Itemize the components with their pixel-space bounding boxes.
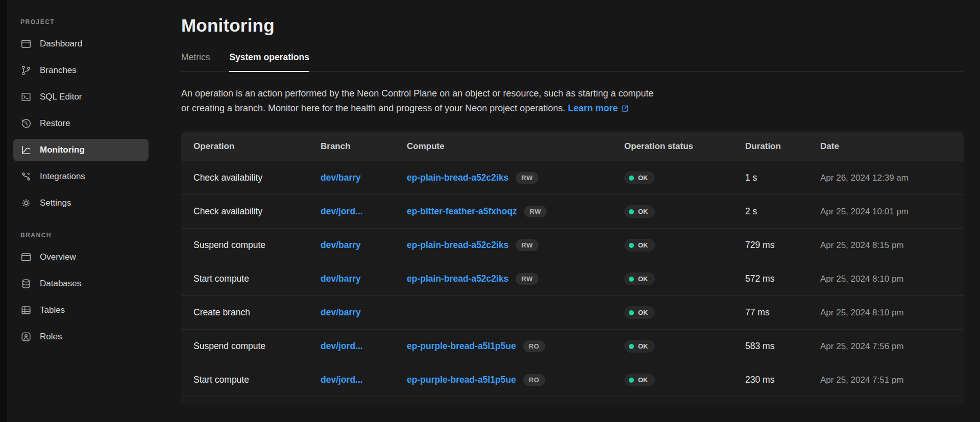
status-ok-dot-icon — [629, 378, 634, 383]
table-row: Check availability dev/barry ep-plain-br… — [181, 161, 964, 195]
compute-cell: ep-plain-bread-a52c2iks RW — [407, 273, 624, 285]
date-cell: Apr 25, 2024 7:51 pm — [820, 375, 964, 385]
tab-metrics[interactable]: Metrics — [181, 52, 210, 71]
branch-link[interactable]: dev/barry — [321, 240, 361, 250]
status-badge: OK — [624, 171, 655, 184]
branch-link[interactable]: dev/barry — [321, 307, 361, 317]
compute-link[interactable]: ep-plain-bread-a52c2iks — [407, 274, 508, 284]
branch-link[interactable]: dev/jord... — [321, 206, 363, 216]
status-label: OK — [638, 208, 648, 215]
sidebar: PROJECT Dashboard Branches SQL Editor Re… — [7, 0, 158, 422]
status-ok-dot-icon — [629, 209, 634, 214]
description-line1: An operation is an action performed by t… — [181, 88, 654, 98]
status-label: OK — [638, 309, 648, 316]
branch-cell: dev/barry — [321, 172, 407, 183]
access-badge: RO — [523, 340, 545, 352]
col-header-compute: Compute — [407, 141, 624, 152]
duration-cell: 572 ms — [745, 274, 820, 284]
databases-icon — [20, 278, 32, 289]
compute-cell: ep-plain-bread-a52c2iks RW — [407, 172, 624, 184]
sidebar-item-label: Roles — [40, 332, 62, 342]
dashboard-icon — [20, 38, 32, 49]
sidebar-item-tables[interactable]: Tables — [13, 299, 149, 321]
status-badge: OK — [624, 374, 655, 386]
sidebar-item-monitoring[interactable]: Monitoring — [13, 139, 149, 161]
restore-icon — [20, 118, 32, 129]
status-label: OK — [638, 175, 648, 181]
status-ok-dot-icon — [629, 243, 634, 248]
sidebar-item-label: Tables — [40, 305, 65, 315]
sidebar-item-restore[interactable]: Restore — [13, 112, 149, 135]
status-label: OK — [638, 343, 648, 350]
col-header-duration: Duration — [745, 141, 820, 152]
status-badge: OK — [624, 239, 655, 252]
branch-link[interactable]: dev/jord... — [321, 375, 363, 385]
col-header-operation-status: Operation status — [624, 141, 745, 152]
operation-cell: Check availability — [193, 172, 321, 183]
compute-link[interactable]: ep-bitter-feather-a5fxhoqz — [407, 206, 517, 217]
access-badge: RO — [523, 374, 545, 386]
table-next-row-partial — [181, 397, 964, 405]
status-badge: OK — [624, 272, 655, 285]
status-ok-dot-icon — [629, 277, 634, 282]
settings-icon — [20, 197, 32, 209]
date-cell: Apr 25, 2024 8:10 pm — [820, 274, 964, 284]
sidebar-item-overview[interactable]: Overview — [13, 246, 149, 268]
sidebar-section-branch: BRANCH — [13, 232, 149, 239]
table-body: Check availability dev/barry ep-plain-br… — [181, 161, 964, 397]
compute-cell: ep-purple-bread-a5l1p5ue RO — [407, 374, 624, 386]
tables-icon — [20, 305, 32, 316]
sidebar-item-dashboard[interactable]: Dashboard — [13, 33, 149, 55]
compute-cell: ep-purple-bread-a5l1p5ue RO — [407, 340, 624, 352]
compute-link[interactable]: ep-plain-bread-a52c2iks — [407, 172, 508, 183]
description-line2: or creating a branch. Monitor here for t… — [181, 103, 565, 113]
learn-more-link[interactable]: Learn more — [568, 103, 618, 113]
table-row: Start compute dev/jord... ep-purple-brea… — [181, 363, 964, 397]
sidebar-item-label: Restore — [40, 118, 70, 129]
table-row: Check availability dev/jord... ep-bitter… — [181, 195, 964, 229]
branch-cell: dev/jord... — [321, 375, 407, 385]
tab-bar: Metrics System operations — [181, 52, 964, 72]
sidebar-section-project: PROJECT — [13, 18, 149, 26]
compute-link[interactable]: ep-purple-bread-a5l1p5ue — [407, 341, 516, 352]
operations-table: Operation Branch Compute Operation statu… — [181, 132, 964, 405]
branches-icon — [20, 65, 32, 76]
compute-link[interactable]: ep-plain-bread-a52c2iks — [407, 240, 508, 251]
operation-cell: Start compute — [193, 375, 321, 385]
date-cell: Apr 26, 2024 12:39 am — [820, 173, 964, 183]
sidebar-item-databases[interactable]: Databases — [13, 272, 149, 295]
duration-cell: 729 ms — [745, 240, 820, 251]
access-badge: RW — [524, 206, 547, 217]
compute-link[interactable]: ep-purple-bread-a5l1p5ue — [407, 375, 516, 385]
branch-link[interactable]: dev/barry — [321, 172, 361, 183]
duration-cell: 230 ms — [745, 375, 820, 385]
sidebar-item-roles[interactable]: Roles — [13, 326, 149, 348]
duration-cell: 1 s — [745, 172, 820, 183]
status-cell: OK — [624, 239, 745, 252]
sidebar-item-settings[interactable]: Settings — [13, 192, 149, 214]
branch-link[interactable]: dev/barry — [321, 274, 361, 284]
tab-system-operations[interactable]: System operations — [229, 52, 309, 71]
table-row: Suspend compute dev/jord... ep-purple-br… — [181, 330, 964, 363]
status-badge: OK — [624, 205, 655, 218]
sidebar-item-label: Monitoring — [40, 145, 85, 155]
sidebar-item-branches[interactable]: Branches — [13, 59, 149, 82]
sidebar-item-label: Overview — [40, 252, 76, 262]
date-cell: Apr 25, 2024 8:15 pm — [820, 240, 964, 251]
status-label: OK — [638, 242, 648, 249]
main-content: Monitoring Metrics System operations An … — [158, 0, 980, 422]
operation-cell: Suspend compute — [193, 341, 321, 352]
status-cell: OK — [624, 272, 745, 285]
branch-link[interactable]: dev/jord... — [321, 341, 363, 351]
status-ok-dot-icon — [629, 344, 634, 349]
monitoring-icon — [20, 144, 32, 156]
sidebar-item-sql-editor[interactable]: SQL Editor — [13, 86, 149, 108]
table-row: Start compute dev/barry ep-plain-bread-a… — [181, 262, 964, 296]
access-badge: RW — [516, 239, 538, 251]
col-header-date: Date — [820, 141, 964, 152]
status-badge: OK — [624, 340, 655, 353]
status-badge: OK — [624, 306, 655, 319]
external-link-icon[interactable] — [621, 103, 629, 117]
sidebar-item-integrations[interactable]: Integrations — [13, 165, 149, 188]
roles-icon — [20, 331, 32, 342]
